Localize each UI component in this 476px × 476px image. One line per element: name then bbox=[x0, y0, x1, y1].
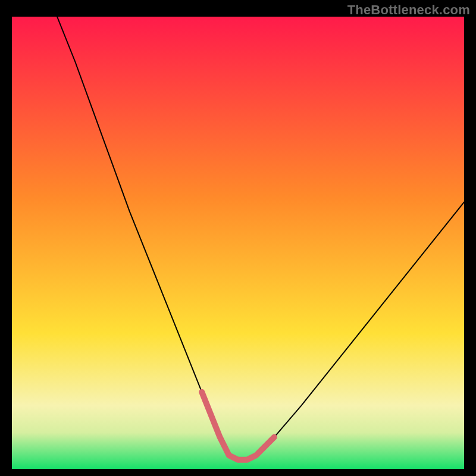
watermark-text: TheBottleneck.com bbox=[347, 2, 470, 18]
chart-frame: TheBottleneck.com bbox=[0, 0, 476, 476]
bottleneck-chart bbox=[12, 17, 464, 469]
gradient-background bbox=[12, 17, 464, 469]
plot-area bbox=[12, 17, 464, 469]
